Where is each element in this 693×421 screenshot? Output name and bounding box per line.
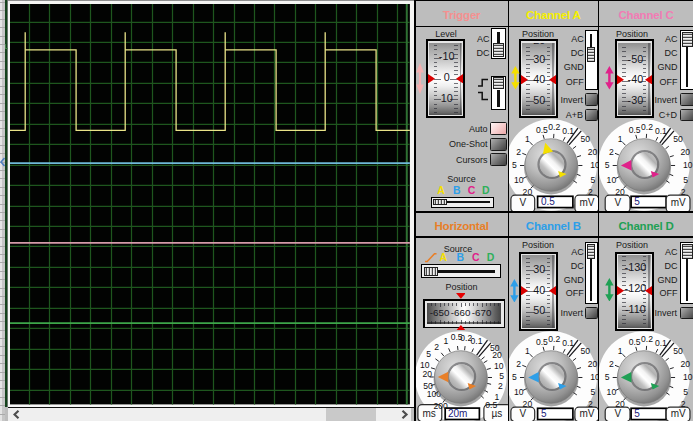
svg-text:0.5: 0.5 bbox=[536, 125, 548, 135]
svg-text:5: 5 bbox=[683, 175, 688, 185]
svg-text:5: 5 bbox=[426, 349, 431, 359]
svg-text:0.1: 0.1 bbox=[563, 337, 575, 347]
svg-text:10: 10 bbox=[591, 160, 598, 170]
svg-text:1: 1 bbox=[618, 134, 623, 144]
svg-text:50: 50 bbox=[581, 346, 591, 356]
svg-text:0.2: 0.2 bbox=[641, 122, 653, 132]
svg-text:2: 2 bbox=[434, 342, 439, 352]
svg-text:10: 10 bbox=[683, 372, 693, 382]
svg-text:0.5: 0.5 bbox=[536, 336, 548, 346]
svg-text:20: 20 bbox=[681, 359, 691, 369]
svg-text:0.5: 0.5 bbox=[629, 336, 641, 346]
svg-text:1: 1 bbox=[525, 346, 530, 356]
svg-text:10: 10 bbox=[494, 361, 504, 371]
svg-text:10: 10 bbox=[607, 387, 617, 397]
svg-text:0.2: 0.2 bbox=[549, 122, 561, 132]
svg-text:50: 50 bbox=[673, 134, 683, 144]
svg-text:0.2: 0.2 bbox=[549, 334, 561, 344]
svg-text:20: 20 bbox=[492, 350, 502, 360]
svg-text:0.1: 0.1 bbox=[470, 337, 482, 347]
svg-text:2: 2 bbox=[498, 381, 503, 391]
svg-text:5: 5 bbox=[512, 372, 517, 382]
svg-text:0.1: 0.1 bbox=[563, 126, 575, 136]
svg-text:50: 50 bbox=[673, 346, 683, 356]
svg-text:20: 20 bbox=[588, 359, 598, 369]
svg-text:2: 2 bbox=[517, 359, 522, 369]
svg-text:1: 1 bbox=[525, 134, 530, 144]
svg-text:5: 5 bbox=[605, 372, 610, 382]
svg-text:0.1: 0.1 bbox=[655, 337, 667, 347]
svg-text:5: 5 bbox=[512, 160, 517, 170]
svg-text:2: 2 bbox=[609, 359, 614, 369]
svg-text:5: 5 bbox=[683, 387, 688, 397]
svg-text:10: 10 bbox=[607, 175, 617, 185]
svg-text:10: 10 bbox=[683, 160, 693, 170]
svg-text:5: 5 bbox=[499, 371, 504, 381]
svg-text:5: 5 bbox=[591, 387, 596, 397]
svg-text:20: 20 bbox=[681, 147, 691, 157]
svg-text:10: 10 bbox=[591, 372, 598, 382]
svg-text:0.5: 0.5 bbox=[629, 125, 641, 135]
svg-text:2: 2 bbox=[609, 147, 614, 157]
svg-text:20: 20 bbox=[422, 369, 432, 379]
svg-text:0.2: 0.2 bbox=[641, 334, 653, 344]
svg-text:5: 5 bbox=[591, 175, 596, 185]
svg-text:0.1: 0.1 bbox=[655, 126, 667, 136]
svg-text:20: 20 bbox=[588, 147, 598, 157]
svg-text:10: 10 bbox=[514, 175, 524, 185]
svg-text:10: 10 bbox=[514, 387, 524, 397]
svg-text:2: 2 bbox=[517, 147, 522, 157]
svg-text:1: 1 bbox=[618, 346, 623, 356]
svg-text:5: 5 bbox=[605, 160, 610, 170]
svg-text:1: 1 bbox=[443, 337, 448, 347]
svg-text:50: 50 bbox=[581, 134, 591, 144]
